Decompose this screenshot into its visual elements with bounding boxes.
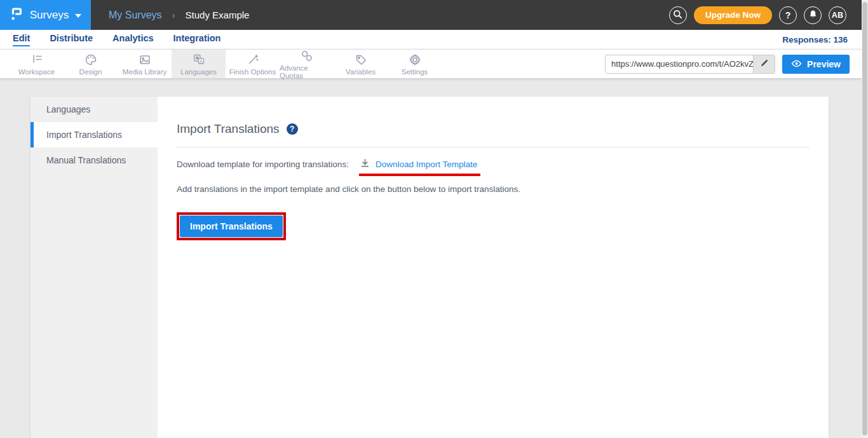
sidebar-item-manual-translations[interactable]: Manual Translations <box>31 147 158 173</box>
toolbar-item-label: Advance Quotas <box>280 64 334 79</box>
avatar[interactable]: AB <box>829 6 846 24</box>
notifications-button[interactable] <box>804 6 822 24</box>
topbar-actions: Upgrade Now ? AB <box>669 6 868 24</box>
breadcrumb: My Surveys › Study Example <box>109 10 249 21</box>
edit-toolbar: Workspace Design Media Li <box>0 50 868 78</box>
import-translations-content: Import Translations ? Download template … <box>158 97 829 438</box>
eye-icon <box>791 59 802 69</box>
top-bar: Surveys My Surveys › Study Example Upgra… <box>0 0 868 30</box>
bell-icon <box>808 10 818 21</box>
svg-text:A: A <box>199 58 202 64</box>
responses-count[interactable]: Responses: 136 <box>782 35 848 44</box>
sidebar-item-import-translations[interactable]: Import Translations <box>31 122 158 147</box>
page-title: Import Translations <box>177 122 280 136</box>
palette-icon <box>84 53 98 67</box>
preview-button[interactable]: Preview <box>782 55 850 74</box>
image-icon <box>138 53 152 67</box>
toolbar-item-label: Design <box>79 68 102 76</box>
toolbar-item-workspace[interactable]: Workspace <box>10 50 64 78</box>
title-row: Import Translations ? <box>177 122 810 136</box>
toolbar-item-advance-quotas[interactable]: Advance Quotas <box>280 50 334 78</box>
toolbar-items: Workspace Design Media Li <box>10 50 442 78</box>
toolbar-item-design[interactable]: Design <box>64 50 118 78</box>
gear-icon <box>408 53 422 67</box>
product-switcher[interactable]: Surveys <box>0 0 91 30</box>
toolbar-item-label: Variables <box>346 68 376 76</box>
download-link-highlight: Download Import Template <box>359 158 480 176</box>
tag-icon <box>354 53 368 67</box>
languages-panel: Languages Import Translations Manual Tra… <box>31 97 829 438</box>
tab-edit[interactable]: Edit <box>13 33 30 46</box>
magic-wand-icon <box>246 53 260 67</box>
title-divider <box>177 147 810 147</box>
workspace-icon <box>30 53 44 67</box>
import-translations-button[interactable]: Import Translations <box>180 216 283 237</box>
sidebar-item-languages[interactable]: Languages <box>31 97 158 122</box>
page-scrollbar[interactable] <box>862 0 868 438</box>
search-button[interactable] <box>669 6 687 24</box>
import-instructions: Add translations in the import template … <box>177 184 810 194</box>
section-nav: Edit Distribute Analytics Integration Re… <box>0 30 868 50</box>
survey-url-area: https://www.questionpro.com/t/AO2kvZ Pre… <box>605 55 850 74</box>
toolbar-item-label: Finish Options <box>229 68 276 76</box>
section-tabs: Edit Distribute Analytics Integration <box>13 33 220 46</box>
translate-icon: ✱ A <box>192 53 206 67</box>
breadcrumb-current: Study Example <box>186 10 250 20</box>
survey-url-value[interactable]: https://www.questionpro.com/t/AO2kvZ <box>606 55 753 73</box>
toolbar-item-label: Settings <box>402 68 428 76</box>
download-template-row: Download template for importing translat… <box>177 160 810 176</box>
tab-analytics[interactable]: Analytics <box>112 33 153 46</box>
toolbar-item-label: Languages <box>180 68 217 76</box>
questionpro-logo-icon <box>10 6 24 25</box>
help-icon[interactable]: ? <box>287 123 298 135</box>
tab-distribute[interactable]: Distribute <box>50 33 93 46</box>
toolbar-item-label: Workspace <box>18 68 55 76</box>
chain-link-icon <box>300 49 314 63</box>
survey-url-group: https://www.questionpro.com/t/AO2kvZ <box>605 55 775 74</box>
toolbar-item-media-library[interactable]: Media Library <box>118 50 172 78</box>
download-icon <box>360 158 370 170</box>
toolbar-item-label: Media Library <box>123 68 167 76</box>
toolbar-item-settings[interactable]: Settings <box>388 50 442 78</box>
toolbar-item-variables[interactable]: Variables <box>334 50 388 78</box>
download-import-template-link[interactable]: Download Import Template <box>376 160 477 169</box>
svg-text:✱: ✱ <box>194 55 199 60</box>
import-button-highlight: Import Translations <box>177 212 286 240</box>
toolbar-item-finish-options[interactable]: Finish Options <box>226 50 280 78</box>
download-template-label: Download template for importing translat… <box>177 160 349 169</box>
chevron-down-icon <box>75 14 81 18</box>
pencil-icon <box>760 58 769 70</box>
preview-label: Preview <box>807 59 841 69</box>
scrollbar-thumb[interactable] <box>862 2 867 435</box>
breadcrumb-my-surveys[interactable]: My Surveys <box>109 10 162 21</box>
search-icon <box>673 10 682 21</box>
toolbar-item-languages[interactable]: ✱ A Languages <box>172 50 226 78</box>
tab-integration[interactable]: Integration <box>173 33 221 46</box>
breadcrumb-separator: › <box>172 10 175 20</box>
edit-url-button[interactable] <box>753 55 775 73</box>
help-button[interactable]: ? <box>779 6 797 24</box>
product-name: Surveys <box>30 9 69 22</box>
languages-sidebar: Languages Import Translations Manual Tra… <box>31 97 158 438</box>
upgrade-now-button[interactable]: Upgrade Now <box>694 6 772 24</box>
